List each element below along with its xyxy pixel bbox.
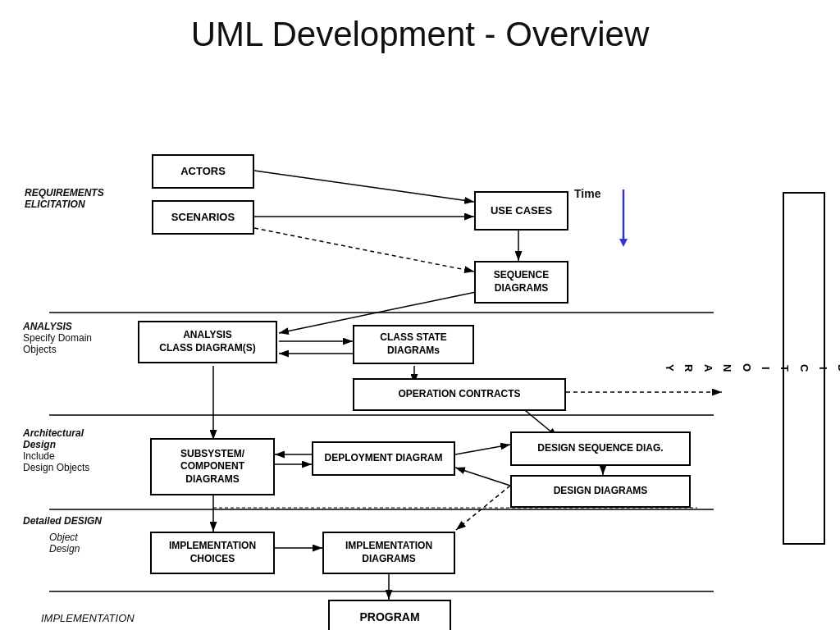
subsystem-box: SUBSYSTEM/COMPONENTDIAGRAMS — [150, 438, 275, 495]
detailed-label: Detailed DESIGN — [23, 515, 102, 527]
page-title: UML Development - Overview — [0, 0, 840, 62]
svg-line-18 — [455, 445, 510, 454]
architectural-label: ArchitecturalDesignIncludeDesign Objects — [23, 427, 89, 473]
requirements-label: REQUIREMENTSELICITATION — [25, 187, 104, 210]
svg-line-9 — [254, 228, 474, 272]
sequence-diagrams-box: SEQUENCEDIAGRAMS — [474, 261, 568, 304]
actors-box: ACTORS — [152, 154, 254, 189]
operation-contracts-box: OPERATION CONTRACTS — [353, 378, 566, 411]
scenarios-box: SCENARIOS — [152, 200, 254, 235]
design-seq-box: DESIGN SEQUENCE DIAG. — [510, 431, 691, 466]
deployment-box: DEPLOYMENT DIAGRAM — [312, 441, 455, 476]
time-label: Time — [574, 187, 600, 200]
analysis-label: ANALYSISSpecify DomainObjects — [23, 321, 92, 355]
svg-line-20 — [455, 468, 510, 486]
svg-line-24 — [456, 486, 510, 530]
svg-marker-5 — [619, 239, 628, 247]
object-design-label: ObjectDesign — [49, 532, 80, 555]
design-diagrams-box: DESIGN DIAGRAMS — [510, 475, 691, 508]
data-dictionary-box: DATADICTIONARY — [783, 192, 825, 545]
impl-diagrams-box: IMPLEMENTATIONDIAGRAMS — [322, 532, 455, 574]
analysis-class-box: ANALYSISCLASS DIAGRAM(S) — [138, 321, 277, 363]
use-cases-box: USE CASES — [474, 191, 568, 231]
class-state-box: CLASS STATEDIAGRAMs — [353, 325, 474, 364]
implementation-label: IMPLEMENTATION — [41, 612, 135, 624]
program-box: PROGRAM — [328, 600, 451, 630]
svg-line-6 — [254, 171, 474, 202]
impl-choices-box: IMPLEMENTATIONCHOICES — [150, 532, 275, 574]
